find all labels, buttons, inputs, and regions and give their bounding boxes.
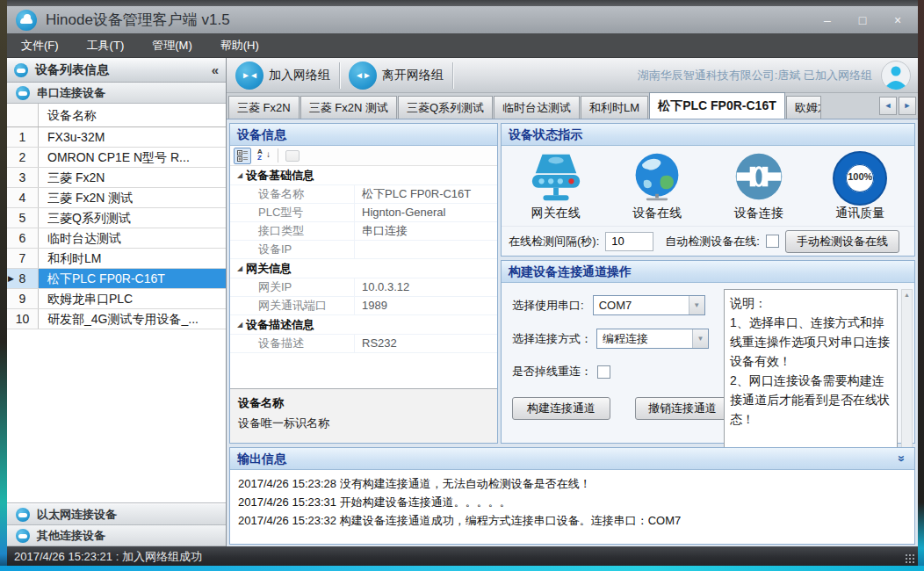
device-row[interactable]: ▶6 临时台达测试 bbox=[7, 228, 226, 249]
category-gateway-info[interactable]: ◢ 网关信息 bbox=[230, 259, 497, 278]
expander-icon[interactable]: ◢ bbox=[234, 264, 246, 272]
tab-hollysys-lm[interactable]: 和利时LM bbox=[581, 96, 648, 119]
title-bar[interactable]: Hinode设备管理客户端 v1.5 – □ × bbox=[7, 6, 918, 33]
resize-grip[interactable] bbox=[905, 553, 915, 564]
sidebar-header[interactable]: 设备列表信息 « bbox=[7, 58, 226, 83]
close-button[interactable]: × bbox=[886, 13, 909, 27]
serial-port-combobox[interactable]: COM7 ▼ bbox=[593, 295, 705, 315]
device-connect-indicator: 设备连接 bbox=[711, 151, 806, 221]
tab-scroll-right-icon[interactable]: ► bbox=[899, 97, 916, 115]
device-list-icon bbox=[14, 63, 28, 77]
other-devices-section[interactable]: 其他连接设备 bbox=[7, 525, 226, 546]
desktop-bottom-strip bbox=[0, 566, 924, 571]
detect-controls-row: 在线检测间隔(秒): 自动检测设备在线: 手动检测设备在线 bbox=[502, 226, 914, 256]
other-section-icon bbox=[16, 529, 30, 543]
auto-detect-checkbox[interactable] bbox=[766, 235, 779, 248]
leave-network-icon: ◄► bbox=[349, 61, 377, 90]
ethernet-section-icon bbox=[16, 508, 30, 522]
log-line: 2017/4/26 15:23:31 开始构建设备连接通道。。。。。 bbox=[238, 493, 906, 511]
categorized-view-button[interactable] bbox=[234, 148, 251, 164]
gateway-icon bbox=[529, 151, 583, 204]
device-row[interactable]: ▶10 研发部_4G测试专用设备_... bbox=[7, 309, 226, 329]
join-network-icon: ►◄ bbox=[235, 61, 263, 90]
device-info-panel: 设备信息 bbox=[229, 123, 498, 444]
tab-mitsubishi-fx2n[interactable]: 三菱 Fx2N bbox=[228, 96, 300, 119]
window-top-border bbox=[7, 0, 918, 6]
maximize-button[interactable]: □ bbox=[851, 13, 874, 27]
build-channel-button[interactable]: 构建连接通道 bbox=[512, 397, 610, 420]
toolbar: ►◄ 加入网络组 ◄► 离开网络组 湖南华辰智通科技有限公司:唐斌 已加入网络组 bbox=[227, 58, 918, 93]
output-header: 输出信息 » bbox=[230, 448, 914, 470]
property-pages-icon bbox=[285, 150, 300, 162]
leave-network-button[interactable]: ◄► 离开网络组 bbox=[340, 61, 452, 90]
property-row[interactable]: 网关IP 10.0.3.12 bbox=[230, 278, 497, 297]
desktop-left-sliver bbox=[0, 0, 7, 571]
property-row[interactable]: 设备描述 RS232 bbox=[230, 335, 497, 353]
device-row[interactable]: ▶4 三菱 Fx2N 测试 bbox=[7, 188, 226, 208]
ethernet-devices-section[interactable]: 以太网连接设备 bbox=[7, 504, 226, 525]
category-description-info[interactable]: ◢ 设备描述信息 bbox=[230, 315, 497, 335]
device-row[interactable]: ▶5 三菱Q系列测试 bbox=[7, 208, 226, 228]
menu-help[interactable]: 帮助(H) bbox=[206, 33, 273, 57]
combo-arrow-icon[interactable]: ▼ bbox=[689, 296, 704, 314]
device-info-header: 设备信息 bbox=[230, 124, 497, 146]
property-row[interactable]: 设备IP bbox=[230, 241, 497, 259]
device-row-selected[interactable]: ▶8 松下PLC FP0R-C16T bbox=[7, 269, 226, 289]
device-status-panel: 设备状态指示 bbox=[501, 123, 915, 257]
interval-input[interactable] bbox=[605, 232, 653, 251]
property-row[interactable]: PLC型号 Hignton-General bbox=[230, 204, 497, 222]
tab-mitsubishi-fx2n-test[interactable]: 三菱 Fx2N 测试 bbox=[300, 96, 397, 119]
expander-icon[interactable]: ◢ bbox=[234, 321, 246, 329]
quality-ring-icon: 100% bbox=[834, 153, 885, 204]
app-logo-icon bbox=[16, 10, 37, 31]
collapse-output-icon[interactable]: » bbox=[892, 455, 913, 462]
serial-devices-section[interactable]: 串口连接设备 bbox=[7, 83, 226, 104]
reconnect-checkbox[interactable] bbox=[597, 365, 610, 379]
output-log: 2017/4/26 15:23:28 没有构建连接通道，无法自动检测设备是否在线… bbox=[230, 470, 914, 534]
tab-panasonic-fp0r-c16t[interactable]: 松下PLC FP0R-C16T bbox=[649, 92, 785, 119]
instructions-scrollbar[interactable]: ▲ ▼ bbox=[901, 289, 913, 458]
device-row[interactable]: ▶9 欧姆龙串口PLC bbox=[7, 289, 226, 309]
property-grid-toolbar: AZ↓ bbox=[230, 146, 497, 166]
expander-icon[interactable]: ◢ bbox=[234, 171, 246, 179]
property-row[interactable]: 接口类型 串口连接 bbox=[230, 222, 497, 241]
manual-detect-button[interactable]: 手动检测设备在线 bbox=[785, 230, 899, 253]
scroll-up-icon[interactable]: ▲ bbox=[902, 292, 912, 298]
toolbar-separator bbox=[452, 62, 453, 89]
join-network-button[interactable]: ►◄ 加入网络组 bbox=[227, 61, 339, 90]
menu-file[interactable]: 文件(F) bbox=[7, 33, 73, 57]
auto-detect-label: 自动检测设备在线: bbox=[665, 234, 760, 249]
connector-icon bbox=[732, 151, 786, 204]
collapse-sidebar-icon[interactable]: « bbox=[212, 62, 219, 77]
property-row[interactable]: 网关通讯端口 1989 bbox=[230, 297, 497, 315]
sidebar-title: 设备列表信息 bbox=[35, 62, 109, 78]
alphabetical-sort-button[interactable]: AZ↓ bbox=[255, 148, 272, 164]
connect-mode-combobox[interactable]: 编程连接 ▼ bbox=[596, 329, 709, 349]
user-avatar[interactable] bbox=[881, 61, 911, 90]
tab-bar: 三菱 Fx2N 三菱 Fx2N 测试 三菱Q系列测试 临时台达测试 和利时LM … bbox=[227, 93, 918, 119]
device-row[interactable]: ▶1 FX3u-32M bbox=[7, 127, 226, 148]
app-window: Hinode设备管理客户端 v1.5 – □ × 文件(F) 工具(T) 管理(… bbox=[7, 0, 918, 567]
property-pages-button[interactable] bbox=[284, 148, 301, 164]
combo-arrow-icon[interactable]: ▼ bbox=[692, 329, 708, 348]
tab-delta-temp-test[interactable]: 临时台达测试 bbox=[494, 96, 580, 119]
menu-tools[interactable]: 工具(T) bbox=[73, 33, 139, 57]
categorized-icon bbox=[237, 150, 249, 162]
category-basic-info[interactable]: ◢ 设备基础信息 bbox=[230, 166, 497, 185]
tab-omron[interactable]: 欧姆龙 bbox=[786, 96, 821, 119]
tab-mitsubishi-q-test[interactable]: 三菱Q系列测试 bbox=[398, 96, 493, 119]
device-row[interactable]: ▶3 三菱 Fx2N bbox=[7, 168, 226, 188]
device-table: 设备名称 ▶1 FX3u-32M ▶2 OMRON CP1E N型号 R... … bbox=[7, 104, 226, 503]
connect-mode-label: 选择连接方式： bbox=[512, 331, 592, 347]
property-row[interactable]: 设备名称 松下PLC FP0R-C16T bbox=[230, 185, 497, 204]
revoke-channel-button[interactable]: 撤销连接通道 bbox=[635, 397, 730, 420]
minimize-button[interactable]: – bbox=[816, 13, 839, 27]
menu-manage[interactable]: 管理(M) bbox=[138, 33, 206, 57]
desktop-right-sliver bbox=[918, 0, 924, 571]
log-line: 2017/4/26 15:23:32 构建设备连接通道成功，编程方式连接串口设备… bbox=[238, 511, 906, 530]
device-row[interactable]: ▶7 和利时LM bbox=[7, 249, 226, 269]
device-row[interactable]: ▶2 OMRON CP1E N型号 R... bbox=[7, 148, 226, 168]
instructions-box: 说明： 1、选择串口、连接方式和掉线重连操作选项只对串口连接设备有效！ 2、网口… bbox=[724, 289, 898, 458]
device-name-header: 设备名称 bbox=[39, 104, 226, 126]
tab-scroll-left-icon[interactable]: ◄ bbox=[879, 97, 897, 115]
